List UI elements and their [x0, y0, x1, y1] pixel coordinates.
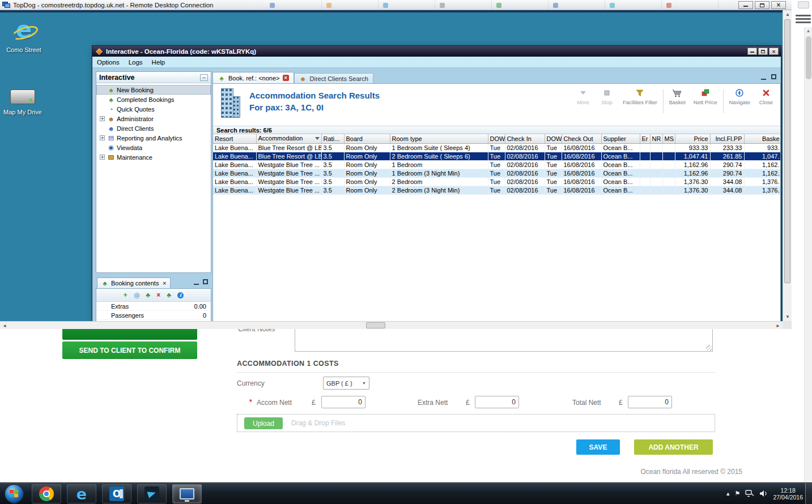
scrollbar-thumb[interactable] — [806, 36, 811, 79]
scroll-right-icon[interactable]: ► — [776, 323, 780, 328]
table-row[interactable]: Lake Buena...Westgate Blue Tree ...3.5Ro… — [213, 186, 781, 194]
outlook-taskbar-button[interactable]: O — [102, 484, 131, 503]
ie-taskbar-button[interactable]: e — [67, 484, 96, 503]
menu-icon[interactable] — [796, 12, 811, 25]
col-dow-in[interactable]: DOW — [488, 134, 505, 143]
col-price[interactable]: Price — [675, 134, 710, 143]
app-maximize-button[interactable] — [758, 48, 768, 55]
sidebar-item-reporting-and-analytics[interactable]: +▤Reporting and Analytics — [96, 133, 211, 143]
sidebar-item-new-booking[interactable]: ♣New Booking — [96, 85, 211, 95]
facilities-filter-button[interactable]: Facilities Filter — [619, 88, 661, 105]
tab-direct-clients-search[interactable]: ☻ Direct Clients Search — [294, 73, 373, 83]
scroll-left-icon[interactable]: ◄ — [2, 323, 7, 328]
panel-maximize-button[interactable] — [203, 279, 208, 284]
app-close-button[interactable]: × — [769, 48, 779, 55]
network-icon[interactable] — [745, 490, 754, 497]
rdp-titlebar[interactable]: TopDog - comostreetrdp.topdog.uk.net - R… — [0, 0, 792, 10]
scroll-up-icon[interactable]: ▲ — [783, 12, 792, 17]
table-row[interactable]: Lake Buena...Blue Tree Resort @ LBV3.5Ro… — [213, 143, 781, 152]
expand-icon[interactable]: + — [100, 135, 105, 140]
palm-plus-icon[interactable]: ♣ — [146, 291, 150, 299]
scrollbar-thumb[interactable] — [784, 19, 790, 283]
currency-select[interactable]: GBP ( £ ) ▼ — [323, 377, 369, 390]
scroll-up-icon[interactable]: ▲ — [805, 27, 812, 35]
menu-logs[interactable]: Logs — [124, 59, 147, 66]
col-dow-out[interactable]: DOW — [545, 134, 562, 143]
volume-icon[interactable] — [759, 490, 768, 497]
show-desktop-button[interactable] — [805, 483, 812, 504]
start-button[interactable] — [5, 484, 24, 503]
upload-button[interactable]: Upload — [244, 417, 283, 429]
expand-icon[interactable]: + — [100, 116, 105, 121]
tab-booking-contents[interactable]: ♣ Booking contents × — [97, 277, 171, 288]
send-to-client-button[interactable]: SEND TO CLIENT TO CONFIRM — [62, 341, 197, 359]
col-nr[interactable]: NR — [650, 134, 662, 143]
close-results-button[interactable]: Close — [754, 88, 778, 105]
col-room-type[interactable]: Room type — [390, 134, 488, 143]
scroll-down-icon[interactable]: ▼ — [783, 314, 792, 319]
filter-funnel-icon[interactable] — [315, 137, 320, 142]
action-center-icon[interactable]: ⚑ — [735, 490, 741, 497]
app-taskbar-button[interactable] — [137, 484, 167, 503]
maximize-button[interactable] — [755, 1, 770, 9]
expand-icon[interactable]: + — [100, 155, 105, 160]
clock[interactable]: 12:18 27/04/2016 — [773, 487, 803, 501]
app-minimize-button[interactable] — [747, 48, 757, 55]
panel-minimize-button[interactable] — [194, 280, 199, 285]
browser-scrollbar[interactable]: ▲ — [804, 27, 812, 482]
col-rating[interactable]: Rati... — [321, 134, 344, 143]
accom-nett-input[interactable] — [321, 396, 365, 408]
add-another-button[interactable]: ADD ANOTHER — [634, 439, 713, 455]
tabgroup-restore-button[interactable] — [771, 74, 776, 79]
col-ms[interactable]: MS — [662, 134, 675, 143]
col-check-in[interactable]: Check In — [505, 134, 545, 143]
rdp-vertical-scrollbar[interactable]: ▲ ▼ — [783, 10, 792, 321]
col-resort[interactable]: Resort — [213, 134, 256, 143]
table-row[interactable]: Lake Buena...Westgate Blue Tree ...3.5Ro… — [213, 160, 781, 169]
sidebar-item-direct-clients[interactable]: ☻Direct Clients — [96, 123, 211, 133]
info-icon[interactable]: i — [177, 292, 184, 298]
palm-icon[interactable]: ♣ — [167, 291, 171, 299]
nett-price-button[interactable]: Nett Price — [690, 88, 721, 105]
menu-help[interactable]: Help — [147, 59, 170, 66]
more-button[interactable]: More — [571, 88, 595, 105]
stop-button[interactable]: Stop — [595, 88, 619, 105]
tab-booking-ref[interactable]: ♣ Book. ref.: <none> × — [212, 72, 294, 83]
tabgroup-minimize-button[interactable] — [761, 75, 766, 80]
rdp-taskbar-button[interactable] — [172, 484, 202, 503]
booking-row-extras[interactable]: Extras 0.00 — [96, 302, 211, 311]
close-button[interactable]: × — [771, 1, 786, 9]
col-er[interactable]: Er — [640, 134, 650, 143]
col-board[interactable]: Board — [344, 134, 390, 143]
minimize-button[interactable] — [738, 1, 753, 9]
sidebar-item-viewdata[interactable]: ◉Viewdata — [96, 143, 211, 152]
menu-options[interactable]: Options — [92, 59, 124, 66]
upload-dropzone[interactable]: Upload Drag & Drop Files — [237, 414, 715, 432]
table-row[interactable]: Lake Buena...Westgate Blue Tree ...3.5Ro… — [213, 169, 781, 177]
navigate-button[interactable]: Navigate — [725, 88, 755, 105]
tab-close-button[interactable]: × — [283, 75, 289, 81]
chrome-taskbar-button[interactable] — [32, 484, 61, 503]
basket-button[interactable]: Basket — [665, 88, 690, 105]
sidebar-item-maintenance[interactable]: +Maintenance — [96, 152, 211, 162]
delete-icon[interactable]: × — [156, 291, 160, 299]
col-check-out[interactable]: Check Out — [562, 134, 601, 143]
col-basket[interactable]: Baske — [744, 134, 781, 143]
extra-nett-input[interactable] — [475, 396, 519, 408]
sidebar-item-administrator[interactable]: +☻Administrator — [96, 114, 211, 123]
globe-icon[interactable]: ◎ — [134, 291, 139, 299]
table-row[interactable]: Lake Buena...Westgate Blue Tree ...3.5Ro… — [213, 177, 781, 186]
total-nett-input[interactable] — [628, 396, 672, 408]
sidebar-item-quick-quotes[interactable]: ◔Quick Quotes — [96, 104, 211, 114]
scrollbar-thumb[interactable] — [366, 322, 385, 328]
desktop-icon-como-street[interactable]: e Como Street — [3, 16, 44, 53]
table-row-selected[interactable]: Lake Buena...Blue Tree Resort @ LBV3.5Ro… — [213, 152, 781, 160]
booking-row-passengers[interactable]: Passengers 0 — [96, 311, 211, 320]
tab-close-icon[interactable]: × — [162, 280, 167, 286]
rdp-horizontal-scrollbar[interactable]: ◄ ► — [0, 321, 783, 329]
sidebar-item-completed-bookings[interactable]: ♣Completed Bookings — [96, 95, 211, 104]
save-button[interactable]: SAVE — [576, 439, 620, 455]
desktop-icon-map-my-drive[interactable]: Map My Drive — [2, 82, 43, 116]
col-incl-fl-pp[interactable]: Incl.Fl.PP — [710, 134, 744, 143]
app-titlebar[interactable]: Interactive - Ocean-Florida (code: wKSTa… — [92, 46, 781, 57]
